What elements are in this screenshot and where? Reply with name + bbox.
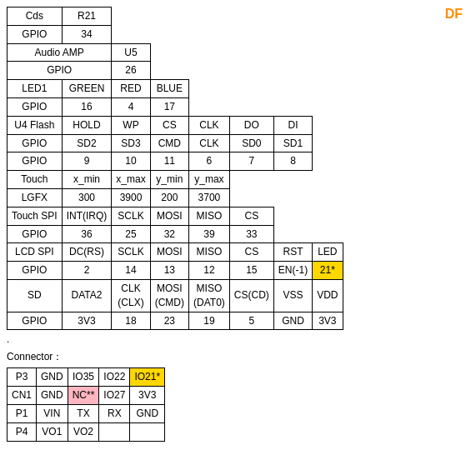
cell: 300 xyxy=(62,188,112,207)
cell: GPIO xyxy=(8,152,63,171)
cell: LGFX xyxy=(8,188,63,207)
cell: CLK xyxy=(189,116,230,134)
cell: IO27 xyxy=(99,387,130,405)
cell: GND xyxy=(37,368,68,387)
cell: Touch xyxy=(8,171,63,189)
cell: GND xyxy=(273,312,312,330)
cell: DATA2 xyxy=(62,279,112,312)
cell: GREEN xyxy=(62,80,112,98)
cell: LED1 xyxy=(8,80,63,98)
cell: 15 xyxy=(229,262,273,280)
cell: 25 xyxy=(112,225,150,243)
cell: LED xyxy=(313,243,343,262)
cell: 34 xyxy=(62,25,112,43)
cell: Audio AMP xyxy=(8,43,112,62)
cell: RED xyxy=(112,80,150,98)
cell: 10 xyxy=(112,152,150,171)
cell: 3900 xyxy=(112,188,150,207)
cell: INT(IRQ) xyxy=(62,207,112,225)
cell: Cds xyxy=(8,8,63,26)
cell: GPIO xyxy=(8,62,112,80)
cell: R21 xyxy=(62,8,112,26)
cell: WP xyxy=(112,116,150,134)
cell: TX xyxy=(68,404,99,422)
table-row: GPIO 2 14 13 12 15 EN(-1) 21* xyxy=(8,262,343,280)
cell: CS xyxy=(150,116,188,134)
cell: IO35 xyxy=(68,368,99,387)
page-container: DF Cds R21 GPIO 34 Audio AMP U5 GPIO 26 … xyxy=(7,7,469,442)
cell: 17 xyxy=(150,98,188,116)
cell: 12 xyxy=(189,262,230,280)
table-row: LCD SPI DC(RS) SCLK MOSI MISO CS RST LED xyxy=(8,243,343,262)
cell xyxy=(99,422,130,441)
table-row: GPIO SD2 SD3 CMD CLK SD0 SD1 xyxy=(8,134,343,152)
cell: DI xyxy=(273,116,312,134)
cell: MOSI(CMD) xyxy=(150,279,188,312)
cell: 5 xyxy=(229,312,273,330)
cell: 3V3 xyxy=(130,387,165,405)
table-row: Touch SPI INT(IRQ) SCLK MOSI MISO CS xyxy=(8,207,343,225)
cell: MISO xyxy=(189,243,230,262)
table-row: LED1 GREEN RED BLUE xyxy=(8,80,343,98)
cell: 32 xyxy=(150,225,188,243)
table-row: Audio AMP U5 xyxy=(8,43,343,62)
cell: DC(RS) xyxy=(62,243,112,262)
df-label: DF xyxy=(445,7,463,22)
cell: MOSI xyxy=(150,243,188,262)
connector-label: Connector： xyxy=(7,350,469,364)
cell: GND xyxy=(130,404,165,422)
cell: MOSI xyxy=(150,207,188,225)
cell: VDD xyxy=(313,279,343,312)
main-table: Cds R21 GPIO 34 Audio AMP U5 GPIO 26 LED… xyxy=(7,7,343,330)
cell: 36 xyxy=(62,225,112,243)
cell: MISO(DAT0) xyxy=(189,279,230,312)
cell: 13 xyxy=(150,262,188,280)
cell xyxy=(130,422,165,441)
cell: 23 xyxy=(150,312,188,330)
cell: 14 xyxy=(112,262,150,280)
table-row: GPIO 26 xyxy=(8,62,343,80)
table-row: GPIO 36 25 32 39 33 xyxy=(8,225,343,243)
table-row: P4 VO1 VO2 xyxy=(8,422,165,441)
cell: x_max xyxy=(112,171,150,189)
table-row: GPIO 9 10 11 6 7 8 xyxy=(8,152,343,171)
cell: BLUE xyxy=(150,80,188,98)
cell: 39 xyxy=(189,225,230,243)
table-row: P3 GND IO35 IO22 IO21* xyxy=(8,368,165,387)
cell: CS xyxy=(229,243,273,262)
cell: MISO xyxy=(189,207,230,225)
cell: GND xyxy=(37,387,68,405)
cell: 8 xyxy=(273,152,312,171)
cell: 3V3 xyxy=(62,312,112,330)
connector-table: P3 GND IO35 IO22 IO21* CN1 GND NC** IO27… xyxy=(7,368,165,441)
cell: P1 xyxy=(8,404,37,422)
cell: GPIO xyxy=(8,134,63,152)
cell: 19 xyxy=(189,312,230,330)
cell: CS(CD) xyxy=(229,279,273,312)
cell: U4 Flash xyxy=(8,116,63,134)
cell: 16 xyxy=(62,98,112,116)
cell: 4 xyxy=(112,98,150,116)
cell: CMD xyxy=(150,134,188,152)
cell: 3700 xyxy=(189,188,230,207)
cell: 26 xyxy=(112,62,150,80)
cell: VIN xyxy=(37,404,68,422)
cell: 11 xyxy=(150,152,188,171)
cell: 18 xyxy=(112,312,150,330)
cell: DO xyxy=(229,116,273,134)
table-row: U4 Flash HOLD WP CS CLK DO DI xyxy=(8,116,343,134)
table-row: SD DATA2 CLK(CLX) MOSI(CMD) MISO(DAT0) C… xyxy=(8,279,343,312)
cell: P3 xyxy=(8,368,37,387)
cell: y_min xyxy=(150,171,188,189)
cell: Touch SPI xyxy=(8,207,63,225)
cell: GPIO xyxy=(8,262,63,280)
cell: IO22 xyxy=(99,368,130,387)
cell: CLK(CLX) xyxy=(112,279,150,312)
cell: SD1 xyxy=(273,134,312,152)
cell: 3V3 xyxy=(313,312,343,330)
cell: CN1 xyxy=(8,387,37,405)
cell: SD0 xyxy=(229,134,273,152)
cell-highlighted: IO21* xyxy=(130,368,165,387)
cell: GPIO xyxy=(8,98,63,116)
cell: SCLK xyxy=(112,207,150,225)
